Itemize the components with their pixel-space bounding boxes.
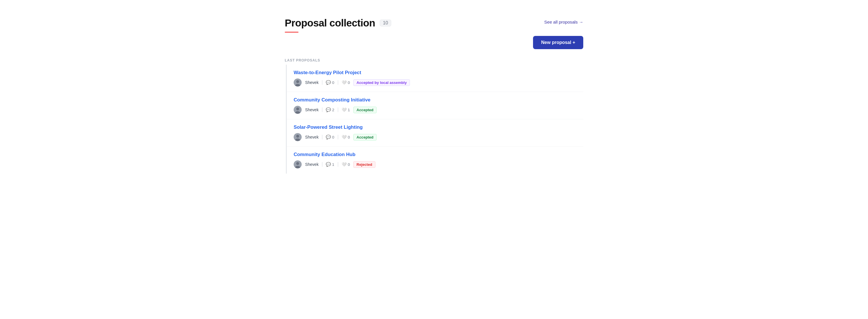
- avatar: [293, 106, 302, 114]
- header-row: Proposal collection 10 See all proposals…: [285, 17, 583, 49]
- proposals-list: Waste-to-Energy Pilot Project Shevek 💬 0…: [286, 65, 583, 174]
- proposal-title[interactable]: Community Education Hub: [293, 152, 577, 157]
- comment-icon: 💬: [326, 162, 331, 167]
- endorsement-count: 🤍 0: [342, 162, 350, 167]
- author-name: Shevek: [305, 162, 319, 167]
- endorsement-count: 🤍 0: [342, 135, 350, 140]
- author-name: Shevek: [305, 135, 319, 139]
- svg-point-10: [296, 162, 299, 165]
- count-badge: 10: [380, 20, 391, 26]
- proposal-item: Solar-Powered Street Lighting Shevek 💬 0…: [287, 119, 583, 147]
- meta-divider: [322, 108, 322, 112]
- proposal-meta: Shevek 💬 1 🤍 0 Rejected: [293, 161, 577, 168]
- comment-count: 💬 2: [326, 108, 334, 112]
- avatar: [293, 133, 302, 141]
- endorsement-icon: 🤍: [342, 162, 347, 167]
- see-all-link[interactable]: See all proposals →: [544, 20, 583, 24]
- comment-icon: 💬: [326, 135, 331, 140]
- title-with-badge: Proposal collection 10: [285, 17, 391, 29]
- endorsement-count: 🤍 0: [342, 80, 350, 85]
- status-badge: Accepted by local assembly: [353, 79, 410, 86]
- comment-count: 💬 1: [326, 162, 334, 167]
- meta-divider: [322, 162, 322, 167]
- title-section: Proposal collection 10: [285, 17, 391, 33]
- svg-point-7: [296, 135, 299, 138]
- endorsement-icon: 🤍: [342, 80, 347, 85]
- right-panel: See all proposals → New proposal +: [533, 17, 583, 49]
- meta-divider: [322, 80, 322, 85]
- comment-count: 💬 0: [326, 135, 334, 140]
- avatar: [293, 79, 302, 87]
- endorsement-icon: 🤍: [342, 135, 347, 140]
- proposal-meta: Shevek 💬 2 🤍 1 Accepted: [293, 106, 577, 114]
- author-name: Shevek: [305, 80, 319, 85]
- comment-icon: 💬: [326, 80, 331, 85]
- svg-point-1: [296, 80, 299, 83]
- title-underline: [285, 32, 299, 33]
- status-badge: Accepted: [353, 107, 377, 113]
- svg-point-4: [296, 108, 299, 110]
- status-badge: Accepted: [353, 134, 377, 141]
- avatar: [293, 161, 302, 168]
- page-title: Proposal collection: [285, 17, 375, 29]
- proposal-item: Community Composting Initiative Shevek 💬…: [287, 92, 583, 119]
- endorsement-icon: 🤍: [342, 108, 347, 112]
- proposal-item: Community Education Hub Shevek 💬 1 🤍 0 R…: [287, 147, 583, 174]
- status-badge: Rejected: [353, 161, 375, 168]
- proposal-item: Waste-to-Energy Pilot Project Shevek 💬 0…: [287, 65, 583, 92]
- meta-divider: [322, 135, 322, 139]
- proposal-title[interactable]: Community Composting Initiative: [293, 97, 577, 103]
- comment-count: 💬 0: [326, 80, 334, 85]
- proposal-meta: Shevek 💬 0 🤍 0 Accepted: [293, 133, 577, 141]
- endorsement-count: 🤍 1: [342, 108, 350, 112]
- section-label: LAST PROPOSALS: [285, 58, 583, 62]
- proposal-title[interactable]: Solar-Powered Street Lighting: [293, 124, 577, 130]
- proposal-title[interactable]: Waste-to-Energy Pilot Project: [293, 70, 577, 76]
- comment-icon: 💬: [326, 108, 331, 112]
- author-name: Shevek: [305, 108, 319, 112]
- new-proposal-button[interactable]: New proposal +: [533, 36, 583, 49]
- proposal-meta: Shevek 💬 0 🤍 0 Accepted by local assembl…: [293, 79, 577, 87]
